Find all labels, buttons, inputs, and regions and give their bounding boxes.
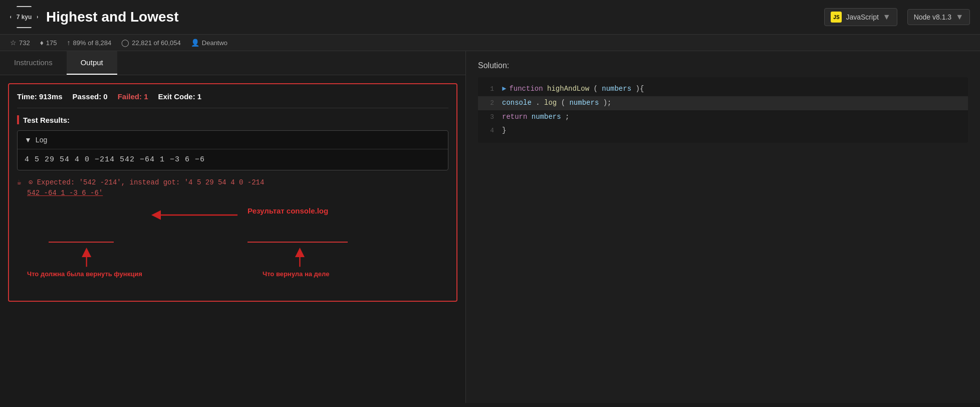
log-triangle-icon: ▼ xyxy=(25,136,32,144)
right-panel: Solution: 1 ► function highAndLow ( numb… xyxy=(466,51,980,403)
code-line-1: 1 ► function highAndLow ( numbers ){ xyxy=(478,82,968,96)
error-line2-text: 542 -64 1 -3 6 -6' xyxy=(27,189,103,197)
language-dropdown-arrow: ▼ xyxy=(883,13,891,22)
completions-value: 22,821 of 60,054 xyxy=(132,39,181,47)
stars-item: ☆ 732 xyxy=(10,39,30,47)
challenge-title: Highest and Lowest xyxy=(46,9,816,25)
param-numbers-2: numbers xyxy=(569,99,599,107)
expected-annotation-text: Что должна была вернуть функция xyxy=(27,270,142,278)
arrows-svg xyxy=(17,202,448,293)
meta-row: ☆ 732 ♦ 175 ↑ 89% of 8,284 ◯ 22,821 of 6… xyxy=(0,35,980,51)
tab-output[interactable]: Output xyxy=(67,51,117,75)
error-line2: 542 -64 1 -3 6 -6' xyxy=(17,189,103,197)
annotation-expected: Что должна была вернуть функция xyxy=(27,270,142,278)
fork-icon: ♦ xyxy=(40,39,44,47)
expected-underline xyxy=(49,242,114,243)
passed-label: Passed: 0 xyxy=(73,92,108,101)
line-num-4: 4 xyxy=(478,125,494,136)
completions-item: ◯ 22,821 of 60,054 xyxy=(121,39,181,47)
code-line-3: 3 return numbers ; xyxy=(478,110,968,124)
actual-annotation-text: Что вернула на деле xyxy=(263,270,329,278)
node-selector[interactable]: Node v8.1.3 ▼ xyxy=(907,9,970,25)
error-icon: ☕ xyxy=(17,178,21,186)
kyu-label: 7 kyu xyxy=(17,14,32,21)
solution-label: Solution: xyxy=(478,61,968,70)
code-line-2: 2 console . log ( numbers ); xyxy=(478,96,968,110)
exit-code-label: Exit Code: 1 xyxy=(158,92,202,101)
annotation-area: Результат console.log Что должна была ве… xyxy=(17,202,448,293)
log-box: ▼ Log 4 5 29 54 4 0 −214 542 −64 1 −3 6 … xyxy=(17,130,448,170)
error-line1: ☕ ⊙ Expected: '542 -214', instead got: '… xyxy=(17,178,264,186)
output-area: Time: 913ms Passed: 0 Failed: 1 Exit Cod… xyxy=(0,75,465,403)
left-panel: Instructions Output Time: 913ms Passed: … xyxy=(0,51,466,403)
failed-label: Failed: 1 xyxy=(118,92,148,101)
line-num-3: 3 xyxy=(478,112,494,123)
tab-output-label: Output xyxy=(81,58,103,67)
annotation-actual: Что вернула на деле xyxy=(263,270,329,278)
console-log-annotation-text: Результат console.log xyxy=(248,207,328,215)
status-row: Time: 913ms Passed: 0 Failed: 1 Exit Cod… xyxy=(17,92,448,108)
forks-count: 175 xyxy=(46,39,57,47)
success-rate-item: ↑ 89% of 8,284 xyxy=(67,39,112,47)
error-row: ☕ ⊙ Expected: '542 -214', instead got: '… xyxy=(17,177,448,198)
node-dropdown-arrow: ▼ xyxy=(955,13,963,22)
log-label: Log xyxy=(36,136,47,144)
tab-instructions-label: Instructions xyxy=(14,58,53,67)
author-item: 👤 Deantwo xyxy=(191,39,227,47)
test-results-header: Test Results: xyxy=(17,115,448,124)
time-label: Time: 913ms xyxy=(17,92,63,101)
red-bar-icon xyxy=(17,115,19,124)
code-editor[interactable]: 1 ► function highAndLow ( numbers ){ 2 c… xyxy=(478,77,968,143)
arrow-indicator-1: ► xyxy=(502,83,506,95)
top-header: 7 kyu Highest and Lowest JS JavaScript ▼… xyxy=(0,0,980,35)
rate-icon: ↑ xyxy=(67,39,71,47)
console-obj: console xyxy=(502,99,532,107)
author-icon: 👤 xyxy=(191,39,199,47)
log-method: log xyxy=(544,99,557,107)
success-rate-value: 89% of 8,284 xyxy=(73,39,112,47)
line-num-1: 1 xyxy=(478,84,494,95)
param-numbers: numbers xyxy=(602,85,631,93)
kw-function: function xyxy=(509,85,543,93)
annotation-console-log: Результат console.log xyxy=(248,207,328,215)
log-header: ▼ Log xyxy=(18,131,448,149)
tab-instructions[interactable]: Instructions xyxy=(0,51,67,75)
tabs-bar: Instructions Output xyxy=(0,51,465,75)
fn-name: highAndLow xyxy=(547,85,589,93)
line-content-1: function highAndLow ( numbers ){ xyxy=(509,83,644,95)
main-layout: Instructions Output Time: 913ms Passed: … xyxy=(0,51,980,403)
line-content-4: } xyxy=(502,125,506,137)
stars-count: 732 xyxy=(19,39,30,47)
kyu-badge: 7 kyu xyxy=(10,6,38,28)
output-box: Time: 913ms Passed: 0 Failed: 1 Exit Cod… xyxy=(8,83,457,302)
kw-return: return xyxy=(502,113,527,121)
language-label: JavaScript xyxy=(846,13,878,21)
completions-icon: ◯ xyxy=(121,39,129,47)
star-icon: ☆ xyxy=(10,39,17,47)
line-num-2: 2 xyxy=(478,98,494,109)
js-icon: JS xyxy=(831,12,842,23)
log-value: 4 5 29 54 4 0 −214 542 −64 1 −3 6 −6 xyxy=(25,155,205,164)
language-selector[interactable]: JS JavaScript ▼ xyxy=(824,8,897,26)
code-line-4: 4 } xyxy=(478,124,968,138)
forks-item: ♦ 175 xyxy=(40,39,57,47)
actual-underline xyxy=(248,242,348,243)
node-version-label: Node v8.1.3 xyxy=(914,13,952,21)
line-content-3: return numbers ; xyxy=(502,111,569,123)
log-content: 4 5 29 54 4 0 −214 542 −64 1 −3 6 −6 xyxy=(18,149,448,170)
param-numbers-3: numbers xyxy=(532,113,561,121)
test-results-label: Test Results: xyxy=(23,116,70,124)
header-right: JS JavaScript ▼ Node v8.1.3 ▼ xyxy=(824,8,970,26)
author-name: Deantwo xyxy=(202,39,227,47)
line-content-2: console . log ( numbers ); xyxy=(502,97,612,109)
error-line1-text: ⊙ Expected: '542 -214', instead got: '4 … xyxy=(29,178,265,186)
